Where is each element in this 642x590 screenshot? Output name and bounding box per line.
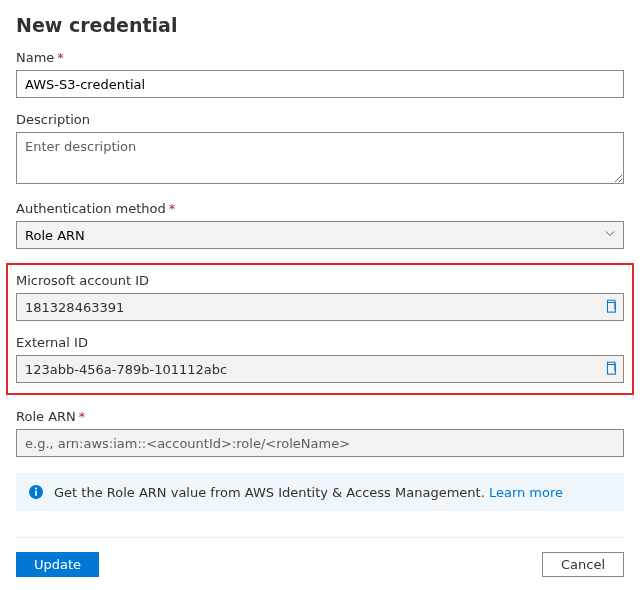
update-button[interactable]: Update <box>16 552 99 577</box>
svg-rect-3 <box>35 491 37 496</box>
field-description: Description <box>16 112 624 187</box>
field-ms-account-id: Microsoft account ID <box>16 273 624 321</box>
info-banner: Get the Role ARN value from AWS Identity… <box>16 473 624 511</box>
field-external-id: External ID <box>16 335 624 383</box>
description-label: Description <box>16 112 624 127</box>
external-id-input[interactable] <box>16 355 624 383</box>
copy-ms-account-id-button[interactable] <box>602 297 620 317</box>
highlighted-section: Microsoft account ID External ID <box>6 263 634 395</box>
role-arn-label: Role ARN* <box>16 409 624 424</box>
footer-actions: Update Cancel <box>16 552 624 577</box>
name-label-text: Name <box>16 50 54 65</box>
auth-method-select[interactable]: Role ARN <box>16 221 624 249</box>
copy-icon <box>604 362 618 378</box>
field-name: Name* <box>16 50 624 98</box>
field-auth-method: Authentication method* Role ARN <box>16 201 624 249</box>
svg-point-4 <box>35 487 37 489</box>
role-arn-input[interactable] <box>16 429 624 457</box>
role-arn-label-text: Role ARN <box>16 409 76 424</box>
ms-account-id-input[interactable] <box>16 293 624 321</box>
svg-rect-1 <box>608 365 616 375</box>
ms-account-id-label: Microsoft account ID <box>16 273 624 288</box>
cancel-button[interactable]: Cancel <box>542 552 624 577</box>
required-indicator: * <box>79 409 86 424</box>
external-id-label: External ID <box>16 335 624 350</box>
required-indicator: * <box>169 201 176 216</box>
info-icon <box>28 484 44 500</box>
page-title: New credential <box>16 14 624 36</box>
svg-rect-0 <box>608 303 616 313</box>
copy-icon <box>604 300 618 316</box>
name-label: Name* <box>16 50 624 65</box>
learn-more-link[interactable]: Learn more <box>489 485 563 500</box>
required-indicator: * <box>57 50 64 65</box>
info-text: Get the Role ARN value from AWS Identity… <box>54 485 489 500</box>
auth-method-label-text: Authentication method <box>16 201 166 216</box>
name-input[interactable] <box>16 70 624 98</box>
copy-external-id-button[interactable] <box>602 359 620 379</box>
divider <box>16 537 624 538</box>
auth-method-label: Authentication method* <box>16 201 624 216</box>
description-textarea[interactable] <box>16 132 624 184</box>
field-role-arn: Role ARN* <box>16 409 624 457</box>
